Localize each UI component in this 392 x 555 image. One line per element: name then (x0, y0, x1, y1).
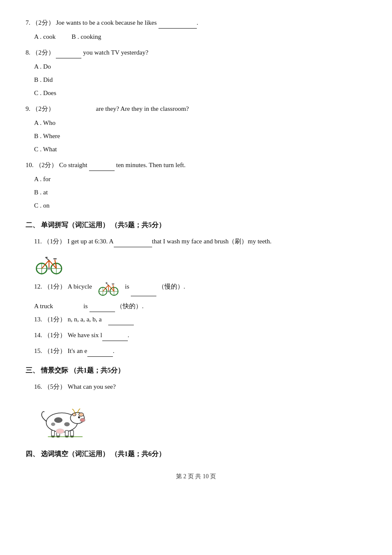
cow-image-container (34, 396, 366, 440)
question-13: 13. （1分） n, n, a, a, b, a (34, 314, 366, 325)
q15-blank (87, 349, 113, 357)
q7-a-label: A . (34, 33, 42, 40)
q11-blank (114, 240, 152, 247)
q9-b-label: B . (34, 133, 42, 139)
q14-blank (102, 333, 128, 341)
question-15: 15. （1分） It's an e. (34, 345, 366, 357)
svg-line-6 (42, 260, 49, 268)
question-10-line: 10. （2分） Co straight ten minutes. Then t… (26, 159, 366, 171)
question-9: 9. （2分） are they? Are they in the classr… (26, 103, 366, 155)
q13-score: （1分） (44, 316, 66, 323)
q11-score: （1分） (43, 238, 66, 245)
question-11: 11. （1分） I get up at 6:30. Athat I wash … (34, 236, 366, 247)
section2-content: 11. （1分） I get up at 6:30. Athat I wash … (34, 236, 366, 357)
svg-point-56 (54, 417, 63, 423)
q14-text-before: We have six l (68, 332, 102, 338)
q13-blank (108, 318, 134, 325)
q9-number: 9. (26, 105, 30, 112)
q10-c-text: on (43, 202, 49, 209)
q14-number: 14. (34, 332, 42, 338)
q12-score: （1分） (44, 283, 66, 290)
q9-text: are they? Are they in the classroom? (96, 105, 189, 112)
q9-option-a: A . Who (34, 117, 366, 129)
svg-line-20 (103, 285, 108, 292)
q12-text-before: A bicycle (68, 283, 92, 290)
question-8: 8. （2分） you watch TV yesterday? A . Do B… (26, 47, 366, 99)
q8-c-text: Does (43, 90, 56, 96)
q10-option-c: C . on (34, 200, 366, 211)
q11-number: 11. (34, 238, 42, 245)
section3-content: 16. （5分） What can you see? (34, 381, 366, 440)
svg-point-13 (48, 267, 50, 270)
q15-text-before: It's an e (68, 347, 87, 354)
footer-text: 第 2 页 共 10 页 (176, 473, 216, 480)
q10-b-text: at (43, 189, 48, 196)
q10-option-a: A . for (34, 173, 366, 185)
svg-point-58 (51, 422, 55, 426)
question-11-line: 11. （1分） I get up at 6:30. Athat I wash … (34, 236, 366, 247)
svg-point-27 (107, 290, 109, 292)
q7-text: Joe wants to be a cook because he likes (56, 19, 157, 26)
question-15-line: 15. （1分） It's an e. (34, 345, 366, 357)
q14-score: （1分） (44, 332, 66, 338)
q8-a-text: Do (43, 63, 51, 70)
question-9-line: 9. （2分） are they? Are they in the classr… (26, 103, 366, 115)
question-7: 7. （2分） Joe wants to be a cook because h… (26, 17, 366, 43)
q11-text-after: that I wash my face and brush（刷）my teeth… (152, 238, 272, 245)
svg-point-43 (78, 416, 80, 418)
q15-number: 15. (34, 347, 42, 354)
question-16: 16. （5分） What can you see? (34, 381, 366, 440)
svg-point-41 (79, 413, 84, 416)
q7-score: （2分） (32, 19, 55, 26)
svg-point-59 (56, 428, 64, 433)
q7-option-a: A . cook B . cooking (34, 31, 366, 43)
question-10: 10. （2分） Co straight ten minutes. Then t… (26, 159, 366, 211)
q8-b-label: B . (34, 76, 42, 83)
q9-c-text: What (43, 146, 57, 153)
svg-point-47 (83, 419, 84, 420)
svg-point-42 (72, 413, 76, 416)
q16-text: What can you see? (68, 383, 116, 390)
q8-a-label: A . (34, 63, 42, 70)
q16-score: （5分） (44, 383, 66, 390)
q10-option-b: B . at (34, 187, 366, 198)
q13-text: n, n, a, a, b, a (68, 316, 102, 323)
q10-text-before: Co straight (59, 162, 87, 168)
q10-text-after: ten minutes. Then turn left. (116, 162, 186, 168)
q16-number: 16. (34, 383, 42, 390)
question-12: 12. （1分） A bicycle is (34, 251, 366, 296)
q10-blank (89, 163, 115, 171)
q7-number: 7. (26, 19, 30, 26)
q10-c-label: C . (34, 202, 42, 209)
truck-is: is (84, 303, 88, 309)
truck-end: （快的）. (116, 303, 144, 309)
q9-option-c: C . What (34, 144, 366, 155)
q8-text: you watch TV yesterday? (83, 49, 148, 56)
q8-option-a: A . Do (34, 61, 366, 72)
q9-a-label: A . (34, 119, 42, 126)
q7-a-text: cook (43, 33, 55, 40)
section3-heading: 三、 情景交际 （共1题；共5分） (26, 364, 366, 377)
q8-score: （2分） (32, 49, 55, 56)
q10-number: 10. (26, 162, 34, 168)
q12-text-end: （慢的）. (158, 283, 185, 290)
q8-option-c: C . Does (34, 87, 366, 99)
truck-blank2 (89, 304, 115, 312)
q10-score: （2分） (35, 162, 58, 168)
question-7-line: 7. （2分） Joe wants to be a cook because h… (26, 17, 366, 29)
q12-blank (131, 289, 156, 296)
cow-icon (34, 396, 89, 439)
q7-blank (159, 21, 197, 29)
question-14-line: 14. （1分） We have six l. (34, 330, 366, 341)
truck-text: A truck (34, 303, 53, 309)
svg-point-45 (80, 418, 85, 422)
svg-point-46 (81, 419, 82, 420)
question-16-line: 16. （5分） What can you see? (34, 381, 366, 393)
q8-option-b: B . Did (34, 74, 366, 86)
q9-score: （2分） (32, 105, 55, 112)
q8-c-label: C . (34, 90, 42, 96)
question-8-line: 8. （2分） you watch TV yesterday? (26, 47, 366, 58)
q9-c-label: C . (34, 146, 42, 153)
q7-b-text: cooking (81, 33, 101, 40)
q9-b-text: Where (43, 133, 60, 139)
